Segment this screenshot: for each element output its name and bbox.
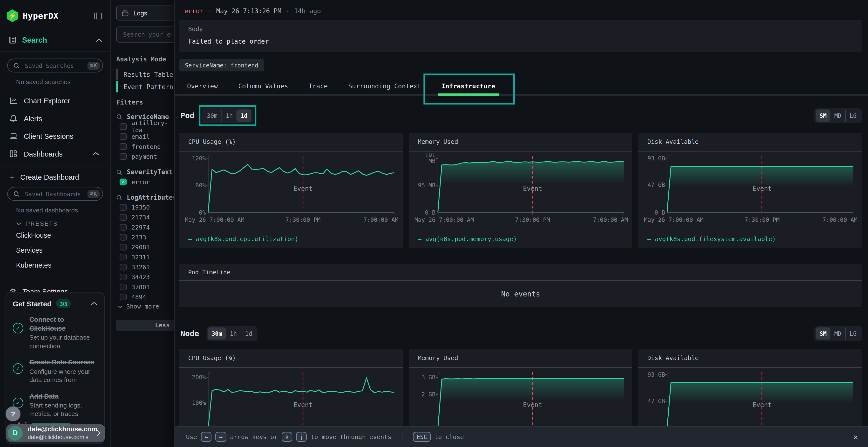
check-circle-icon: ✓ bbox=[13, 323, 23, 334]
checkbox[interactable] bbox=[120, 283, 127, 290]
check-circle-icon: ✓ bbox=[13, 364, 23, 374]
get-started-step[interactable]: ✓ Add Data Start sending logs, metrics, … bbox=[13, 392, 97, 419]
presets-section-header[interactable]: PRESETS bbox=[7, 213, 103, 228]
checkbox[interactable] bbox=[120, 244, 127, 251]
size-lg-button[interactable]: LG bbox=[845, 327, 860, 340]
size-md-button[interactable]: MD bbox=[830, 327, 845, 340]
range-30m-button[interactable]: 30m bbox=[208, 327, 226, 340]
sidebar-item-dashboards[interactable]: Dashboards bbox=[7, 145, 103, 163]
filter-option[interactable]: frontend bbox=[120, 142, 161, 151]
checkbox[interactable] bbox=[120, 153, 127, 160]
filter-option[interactable]: 33261 bbox=[120, 263, 150, 272]
sidebar-item-alerts[interactable]: Alerts bbox=[7, 110, 103, 127]
range-1d-button[interactable]: 1d bbox=[237, 110, 251, 122]
chart-legend: — avg(k8s.pod.memory.usage) bbox=[409, 234, 632, 248]
node-size-control: SM MD LG bbox=[814, 326, 862, 341]
range-1d-button[interactable]: 1d bbox=[241, 327, 256, 340]
chevron-up-icon[interactable] bbox=[96, 38, 102, 42]
mode-label: Results Table bbox=[123, 71, 173, 78]
sidebar-item-search[interactable]: Search bbox=[0, 29, 110, 52]
filter-option[interactable]: 21734 bbox=[120, 213, 150, 222]
sidebar-preset-clickhouse[interactable]: ClickHouse bbox=[7, 228, 103, 243]
arrow-right-key: → bbox=[216, 432, 226, 442]
filter-option[interactable]: 2333 bbox=[120, 233, 146, 242]
legend-dash-icon: — bbox=[188, 236, 192, 243]
show-more-button[interactable]: Show more bbox=[117, 303, 159, 310]
checkbox[interactable] bbox=[120, 214, 127, 221]
sidebar-collapse-icon[interactable] bbox=[94, 11, 102, 20]
mode-event-patterns[interactable]: Event Patterns bbox=[116, 81, 177, 92]
hint-text: arrow keys or bbox=[230, 433, 278, 441]
size-sm-button[interactable]: SM bbox=[816, 110, 830, 122]
event-search-input[interactable] bbox=[122, 30, 173, 38]
event-timestamp: May 26 7:13:26 PM bbox=[216, 7, 281, 15]
j-key: j bbox=[296, 432, 307, 442]
search-icon[interactable] bbox=[116, 194, 122, 200]
sidebar-preset-kubernetes[interactable]: Kubernetes bbox=[7, 258, 103, 273]
checkbox[interactable] bbox=[120, 143, 127, 150]
filter-option[interactable]: 34423 bbox=[120, 273, 150, 281]
size-sm-button[interactable]: SM bbox=[816, 327, 830, 340]
checkbox[interactable] bbox=[120, 264, 127, 271]
tab-overview[interactable]: Overview bbox=[187, 79, 218, 94]
chevron-up-icon[interactable] bbox=[92, 151, 101, 156]
get-started-progress-badge: 3/3 bbox=[56, 299, 71, 308]
event-marker-label: Event bbox=[293, 185, 312, 193]
checkbox[interactable] bbox=[120, 224, 127, 231]
y-axis-tick: 2 GB bbox=[413, 391, 435, 398]
pod-charts-row: CPU Usage (%) 120%60%0%May 26 7:00:00 AM… bbox=[179, 133, 862, 248]
mode-results-table[interactable]: Results Table bbox=[116, 69, 177, 80]
sidebar-item-chart-explorer[interactable]: Chart Explorer bbox=[7, 92, 103, 109]
checkbox[interactable] bbox=[120, 253, 127, 261]
checkbox[interactable] bbox=[120, 294, 127, 301]
help-button[interactable]: ? bbox=[5, 406, 21, 421]
chevron-up-icon[interactable] bbox=[91, 301, 98, 306]
bell-icon bbox=[9, 114, 18, 122]
checkbox[interactable] bbox=[120, 274, 127, 281]
service-name-chip[interactable]: ServiceName: frontend bbox=[179, 59, 264, 72]
get-started-step[interactable]: ✓ Create Data Sources Configure where yo… bbox=[13, 358, 97, 385]
chart-title: Memory Used bbox=[409, 133, 632, 151]
user-account-chip[interactable]: D dale@clickhouse.com dale@clickhouse.co… bbox=[6, 424, 105, 442]
tab-infrastructure[interactable]: Infrastructure bbox=[441, 79, 495, 94]
filter-option[interactable]: 32311 bbox=[120, 253, 150, 262]
event-marker-label: Event bbox=[752, 185, 772, 193]
filter-group-label: LogAttributes bbox=[127, 194, 177, 201]
k-key: k bbox=[282, 432, 292, 442]
checkbox[interactable] bbox=[120, 204, 127, 211]
checkbox[interactable] bbox=[120, 234, 127, 241]
range-30m-button[interactable]: 30m bbox=[203, 110, 221, 122]
size-md-button[interactable]: MD bbox=[830, 110, 845, 122]
filter-option[interactable]: 19350 bbox=[120, 203, 150, 212]
filter-option[interactable]: 37801 bbox=[120, 282, 150, 291]
legend-label: avg(k8s.pod.filesystem.available) bbox=[655, 236, 776, 243]
checkbox[interactable] bbox=[120, 133, 127, 140]
tab-trace[interactable]: Trace bbox=[309, 79, 328, 94]
range-1h-button[interactable]: 1h bbox=[226, 327, 241, 340]
filter-option[interactable]: 22974 bbox=[120, 223, 150, 232]
get-started-step[interactable]: ✓ Connect to ClickHouse Set up your data… bbox=[13, 315, 97, 351]
sidebar-item-client-sessions[interactable]: Client Sessions bbox=[7, 127, 103, 145]
avatar: D bbox=[8, 425, 23, 441]
filter-option[interactable]: payment bbox=[120, 152, 157, 161]
close-icon[interactable]: ✕ bbox=[851, 431, 860, 442]
size-lg-button[interactable]: LG bbox=[845, 110, 860, 122]
sidebar-preset-services[interactable]: Services bbox=[7, 243, 103, 258]
search-icon[interactable] bbox=[116, 169, 122, 175]
search-icon[interactable] bbox=[116, 114, 122, 120]
filter-option[interactable]: email bbox=[120, 132, 150, 141]
saved-searches-input[interactable] bbox=[24, 62, 84, 69]
tab-column-values[interactable]: Column Values bbox=[238, 79, 288, 94]
checkbox[interactable] bbox=[120, 123, 127, 130]
saved-dashboards-input[interactable] bbox=[24, 190, 84, 198]
filter-option-checked[interactable]: ✓error bbox=[120, 177, 150, 186]
tab-surrounding-context[interactable]: Surrounding Context bbox=[348, 79, 421, 94]
source-select[interactable]: Logs bbox=[116, 5, 178, 21]
range-1h-button[interactable]: 1h bbox=[221, 110, 237, 122]
create-dashboard-button[interactable]: + Create Dashboard bbox=[7, 166, 103, 187]
filter-option[interactable]: 4894 bbox=[120, 293, 146, 302]
checkbox-checked[interactable]: ✓ bbox=[120, 178, 127, 185]
event-tabs: Overview Column Values Trace Surrounding… bbox=[175, 79, 868, 96]
filter-option[interactable]: 29081 bbox=[120, 243, 150, 252]
filter-option[interactable]: artillery-loa bbox=[120, 122, 175, 131]
